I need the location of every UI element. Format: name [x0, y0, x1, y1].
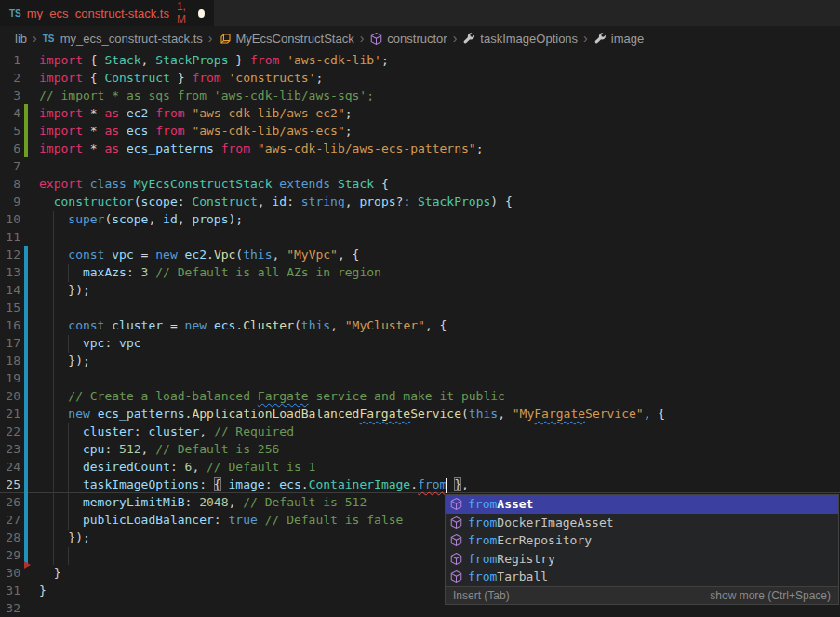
code-line[interactable]: 13 maxAzs: 3 // Default is all AZs in re…	[0, 263, 840, 281]
code-line[interactable]: 16 const cluster = new ecs.Cluster(this,…	[0, 316, 840, 334]
breadcrumb-item[interactable]: TSmy_ecs_construct-stack.ts	[43, 32, 203, 46]
line-number[interactable]: 27	[0, 511, 20, 529]
line-number[interactable]: 29	[0, 546, 20, 564]
code-line[interactable]: 12 const vpc = new ec2.Vpc(this, "MyVpc"…	[0, 246, 840, 263]
line-number[interactable]: 8	[0, 175, 20, 193]
code-line[interactable]: 21 new ecs_patterns.ApplicationLoadBalan…	[0, 405, 840, 423]
code-line[interactable]: 7	[0, 157, 840, 175]
code-line[interactable]: 20 // Create a load-balanced Fargate ser…	[0, 387, 840, 405]
ts-file-icon: TS	[43, 32, 57, 46]
code-line[interactable]: 15	[0, 299, 840, 316]
line-number[interactable]: 16	[0, 316, 20, 334]
line-number[interactable]: 19	[0, 369, 20, 387]
line-number[interactable]: 24	[0, 458, 20, 476]
line-number[interactable]: 2	[0, 69, 20, 87]
line-number[interactable]: 15	[0, 299, 20, 316]
code-line[interactable]: 2import { Construct } from 'constructs';	[0, 69, 840, 87]
line-number[interactable]: 14	[0, 281, 20, 299]
code-line[interactable]: 6import * as ecs_patterns from "aws-cdk-…	[0, 140, 840, 157]
breadcrumb-separator: ›	[33, 31, 37, 46]
line-number[interactable]: 11	[0, 228, 20, 246]
code-line[interactable]: 9 constructor(scope: Construct, id: stri…	[0, 193, 840, 210]
method-icon	[449, 570, 463, 583]
line-number[interactable]: 22	[0, 423, 20, 440]
breadcrumb-bar: lib›TSmy_ecs_construct-stack.ts›MyEcsCon…	[0, 26, 840, 51]
line-number[interactable]: 30	[0, 564, 20, 582]
code-line[interactable]: 19	[0, 369, 840, 387]
code-line[interactable]: 23 cpu: 512, // Default is 256	[0, 440, 840, 458]
line-number[interactable]: 6	[0, 140, 20, 157]
breadcrumb-item[interactable]: image	[593, 32, 644, 46]
code-text: desiredCount: 6, // Default is 1	[39, 458, 315, 476]
diff-gutter	[24, 599, 28, 617]
breadcrumb-label: my_ecs_construct-stack.ts	[60, 32, 203, 46]
method-icon	[449, 552, 463, 566]
line-number[interactable]: 17	[0, 334, 20, 352]
breadcrumb-separator: ›	[208, 31, 213, 46]
breadcrumb-item[interactable]: constructor	[369, 32, 447, 46]
indent-guide	[68, 335, 69, 353]
breadcrumb-item[interactable]: lib	[15, 32, 27, 46]
code-line[interactable]: 1import { Stack, StackProps } from 'aws-…	[0, 51, 840, 69]
diff-added-indicator	[24, 122, 28, 140]
code-line[interactable]: 22 cluster: cluster, // Required	[0, 423, 840, 440]
breadcrumb-item[interactable]: taskImageOptions	[462, 32, 578, 46]
line-number[interactable]: 18	[0, 352, 20, 369]
property-icon	[462, 32, 476, 46]
line-number[interactable]: 9	[0, 193, 20, 210]
line-number[interactable]: 28	[0, 529, 20, 546]
suggest-item[interactable]: fromEcrRepository	[446, 531, 838, 550]
vscode-window: { "colors":{"accent_selected":"#3b3fa0",…	[0, 0, 840, 617]
line-number[interactable]: 5	[0, 122, 20, 140]
diff-modified-indicator	[24, 405, 28, 423]
code-line[interactable]: 5import * as ecs from "aws-cdk-lib/aws-e…	[0, 122, 840, 140]
line-number[interactable]: 20	[0, 387, 20, 405]
line-number[interactable]: 10	[0, 210, 20, 228]
code-text: import { Construct } from 'constructs';	[39, 69, 323, 87]
code-line[interactable]: 3// import * as sqs from 'aws-cdk-lib/aw…	[0, 87, 840, 104]
line-number[interactable]: 25	[0, 476, 20, 493]
code-line[interactable]: 24 desiredCount: 6, // Default is 1	[0, 458, 840, 476]
show-more-hint: show more (Ctrl+Space)	[710, 589, 831, 602]
suggest-item[interactable]: fromTarball	[446, 568, 838, 586]
code-line[interactable]: 10 super(scope, id, props);	[0, 210, 840, 228]
line-number[interactable]: 3	[0, 87, 20, 104]
code-line[interactable]: 4import * as ec2 from "aws-cdk-lib/aws-e…	[0, 104, 840, 122]
code-line[interactable]: 17 vpc: vpc	[0, 334, 840, 352]
suggest-item[interactable]: fromRegistry	[446, 550, 838, 569]
code-line[interactable]: 11	[0, 228, 840, 246]
tab-active[interactable]: TS my_ecs_construct-stack.ts 1, M	[0, 0, 214, 26]
line-number[interactable]: 23	[0, 440, 20, 458]
dirty-indicator-icon[interactable]	[198, 9, 205, 18]
line-number[interactable]: 21	[0, 405, 20, 423]
code-text: });	[39, 352, 90, 369]
line-number[interactable]: 26	[0, 493, 20, 511]
line-number[interactable]: 32	[0, 599, 20, 617]
code-line[interactable]: 18 });	[0, 352, 840, 369]
code-line[interactable]: 14 });	[0, 281, 840, 299]
line-number[interactable]: 7	[0, 157, 20, 175]
suggest-item-label: fromTarball	[468, 570, 548, 583]
breadcrumb-item[interactable]: MyEcsConstructStack	[219, 32, 354, 46]
diff-modified-indicator	[24, 387, 28, 405]
code-text: }	[39, 564, 60, 582]
code-text: const vpc = new ec2.Vpc(this, "MyVpc", {	[39, 246, 359, 263]
diff-gutter	[24, 228, 28, 246]
code-line[interactable]: 8export class MyEcsConstructStack extend…	[0, 175, 840, 193]
line-number[interactable]: 4	[0, 104, 20, 122]
code-line[interactable]: 25 taskImageOptions: { image: ecs.Contai…	[0, 476, 840, 493]
line-number[interactable]: 1	[0, 51, 20, 69]
code-text: const cluster = new ecs.Cluster(this, "M…	[39, 316, 447, 334]
line-number[interactable]: 12	[0, 246, 20, 263]
code-text: });	[39, 281, 90, 299]
suggest-item[interactable]: fromDockerImageAsset	[446, 514, 838, 532]
code-text: // Create a load-balanced Fargate servic…	[39, 387, 505, 405]
line-number[interactable]: 31	[0, 582, 20, 599]
suggest-item[interactable]: fromAsset	[446, 495, 838, 514]
diff-modified-indicator	[24, 476, 28, 493]
line-number[interactable]: 13	[0, 263, 20, 281]
tab-filename: my_ecs_construct-stack.ts	[27, 7, 169, 20]
diff-modified-indicator	[24, 529, 28, 546]
method-icon	[449, 533, 463, 547]
indent-guide	[68, 264, 69, 282]
